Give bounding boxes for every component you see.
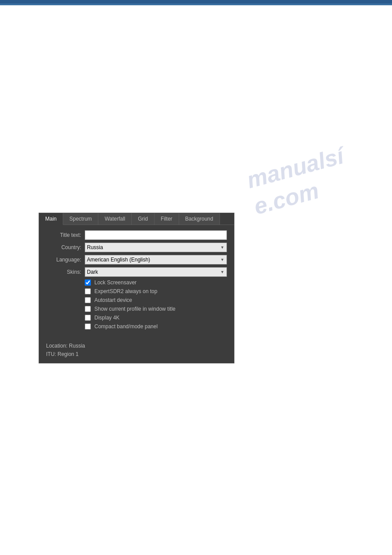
footer-location: Location: Russia bbox=[46, 342, 227, 350]
skins-row: Skins: Dark Light Classic bbox=[46, 267, 227, 277]
tab-grid[interactable]: Grid bbox=[132, 213, 155, 225]
footer-itu: ITU: Region 1 bbox=[46, 350, 227, 359]
country-select-wrapper: Russia United States Germany bbox=[85, 243, 227, 252]
watermark: manualsíe.com bbox=[244, 142, 353, 221]
tab-filter[interactable]: Filter bbox=[155, 213, 179, 225]
checkbox-lock-screensaver[interactable] bbox=[85, 279, 91, 286]
title-text-row: Title text: bbox=[46, 230, 227, 240]
checkbox-autostart[interactable] bbox=[85, 297, 91, 303]
checkbox-row-display4k: Display 4K bbox=[85, 315, 227, 321]
skins-label: Skins: bbox=[46, 269, 81, 275]
tab-main[interactable]: Main bbox=[39, 213, 63, 225]
checkbox-row-lock-screensaver: Lock Screensaver bbox=[85, 279, 227, 286]
title-text-input[interactable] bbox=[85, 230, 227, 240]
checkbox-expertsdr2[interactable] bbox=[85, 288, 91, 294]
country-row: Country: Russia United States Germany bbox=[46, 243, 227, 252]
checkbox-display4k[interactable] bbox=[85, 315, 91, 321]
language-row: Language: American English (English) Rus… bbox=[46, 255, 227, 265]
skins-select[interactable]: Dark Light Classic bbox=[85, 267, 227, 277]
checkbox-expertsdr2-label: ExpertSDR2 always on top bbox=[94, 288, 157, 294]
top-bar bbox=[0, 0, 392, 4]
tab-spectrum[interactable]: Spectrum bbox=[63, 213, 98, 225]
checkbox-row-compact-band: Compact band/mode panel bbox=[85, 323, 227, 330]
skins-select-wrapper: Dark Light Classic bbox=[85, 267, 227, 277]
dialog-panel: Main Spectrum Waterfall Grid Filter Back… bbox=[39, 213, 234, 363]
checkbox-compact-band[interactable] bbox=[85, 323, 91, 330]
country-select[interactable]: Russia United States Germany bbox=[85, 243, 227, 252]
tabs-container: Main Spectrum Waterfall Grid Filter Back… bbox=[39, 213, 234, 225]
checkbox-show-profile[interactable] bbox=[85, 306, 91, 312]
tab-waterfall[interactable]: Waterfall bbox=[98, 213, 132, 225]
checkboxes-section: Lock Screensaver ExpertSDR2 always on to… bbox=[85, 279, 227, 330]
checkbox-row-autostart: Autostart device bbox=[85, 297, 227, 303]
watermark-text: manualsíe.com bbox=[244, 143, 346, 220]
form-content: Title text: Country: Russia United State… bbox=[39, 225, 234, 338]
language-select[interactable]: American English (English) Russian Germa… bbox=[85, 255, 227, 265]
language-select-wrapper: American English (English) Russian Germa… bbox=[85, 255, 227, 265]
checkbox-compact-band-label: Compact band/mode panel bbox=[94, 323, 158, 330]
footer-info: Location: Russia ITU: Region 1 bbox=[39, 338, 234, 363]
checkbox-show-profile-label: Show current profile in window title bbox=[94, 306, 176, 312]
language-label: Language: bbox=[46, 257, 81, 263]
tab-background[interactable]: Background bbox=[179, 213, 220, 225]
checkbox-autostart-label: Autostart device bbox=[94, 297, 132, 303]
title-text-label: Title text: bbox=[46, 232, 81, 238]
checkbox-row-expertsdr2: ExpertSDR2 always on top bbox=[85, 288, 227, 294]
blue-line bbox=[0, 4, 392, 5]
country-label: Country: bbox=[46, 244, 81, 250]
checkbox-lock-screensaver-label: Lock Screensaver bbox=[94, 279, 137, 286]
checkbox-display4k-label: Display 4K bbox=[94, 315, 119, 321]
checkbox-row-show-profile: Show current profile in window title bbox=[85, 306, 227, 312]
